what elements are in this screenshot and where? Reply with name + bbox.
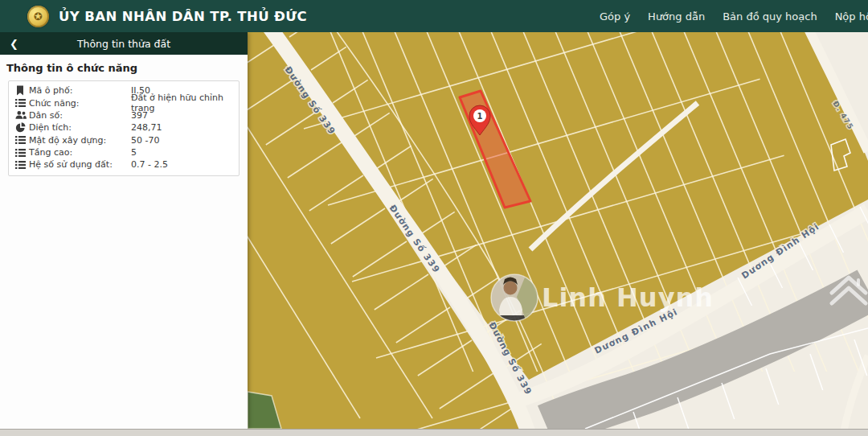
info-value: 397 xyxy=(131,110,148,121)
parcel-info-card: Mã ô phố:II.50Chức năng:Đất ở hiện hữu c… xyxy=(8,80,240,176)
app-root: ✪ ỦY BAN NHÂN DÂN TP. THỦ ĐỨC Góp ýHướng… xyxy=(0,0,868,436)
list-icon xyxy=(15,135,29,145)
list-icon xyxy=(15,148,29,158)
info-label: Mật độ xây dựng: xyxy=(29,135,106,146)
government-seal-logo: ✪ xyxy=(27,6,49,27)
panel-header: ❮ Thông tin thửa đất xyxy=(0,32,248,55)
content-area: ❮ Thông tin thửa đất Thông tin ô chức nă… xyxy=(0,32,868,429)
panel-body: Thông tin ô chức năng Mã ô phố:II.50Chức… xyxy=(0,55,248,176)
planning-map[interactable]: Đường Số 339Đường Số 339Đường Số 339Dươn… xyxy=(248,32,868,429)
info-row: Hệ số sử dụng đất:0.7 - 2.5 xyxy=(9,158,239,171)
top-header: ✪ ỦY BAN NHÂN DÂN TP. THỦ ĐỨC Góp ýHướng… xyxy=(0,0,868,32)
map-view[interactable]: Đường Số 339Đường Số 339Đường Số 339Dươn… xyxy=(248,32,868,429)
info-value: 0.7 - 2.5 xyxy=(131,159,168,170)
info-value: 248,71 xyxy=(131,122,162,133)
info-value: 50 -70 xyxy=(131,135,159,146)
info-row: Diện tích:248,71 xyxy=(9,121,239,134)
page-title: ỦY BAN NHÂN DÂN TP. THỦ ĐỨC xyxy=(59,9,307,24)
nav-gop-y[interactable]: Góp ý xyxy=(591,10,639,23)
info-label: Hệ số sử dụng đất: xyxy=(29,159,113,170)
sidebar: ❮ Thông tin thửa đất Thông tin ô chức nă… xyxy=(0,32,248,429)
info-label: Dân số: xyxy=(29,110,63,121)
list-icon xyxy=(15,98,29,108)
info-label: Mã ô phố: xyxy=(29,85,72,96)
nav-nop-ho-so[interactable]: Nộp hồ sơ xyxy=(826,10,868,23)
nav-huong-dan[interactable]: Hướng dẫn xyxy=(639,10,714,23)
nav-ban-do-quy-hoach[interactable]: Bản đồ quy hoạch xyxy=(714,10,825,23)
back-button[interactable]: ❮ xyxy=(10,32,18,55)
section-title: Thông tin ô chức năng xyxy=(0,60,248,80)
info-row: Mật độ xây dựng:50 -70 xyxy=(9,134,239,146)
users-icon xyxy=(15,110,29,120)
chart-pie-icon xyxy=(15,122,29,133)
info-value: 5 xyxy=(131,147,137,158)
chevron-left-icon: ❮ xyxy=(10,38,18,50)
header-nav: Góp ýHướng dẫnBản đồ quy hoạchNộp hồ sơT… xyxy=(591,0,868,32)
bottom-bar xyxy=(0,429,868,436)
watermark-name: Linh Huynh xyxy=(542,282,714,313)
info-row: Dân số:397 xyxy=(9,109,239,121)
info-label: Diện tích: xyxy=(29,122,72,133)
panel-title: Thông tin thửa đất xyxy=(77,38,170,50)
info-row: Tầng cao:5 xyxy=(9,146,239,158)
list-icon xyxy=(15,160,29,170)
info-label: Chức năng: xyxy=(29,98,80,109)
bookmark-icon xyxy=(15,85,29,96)
info-row: Chức năng:Đất ở hiện hữu chỉnh trang xyxy=(9,97,239,109)
pin-number: 1 xyxy=(477,112,483,121)
info-label: Tầng cao: xyxy=(29,147,72,158)
brand: ✪ ỦY BAN NHÂN DÂN TP. THỦ ĐỨC xyxy=(27,6,307,27)
